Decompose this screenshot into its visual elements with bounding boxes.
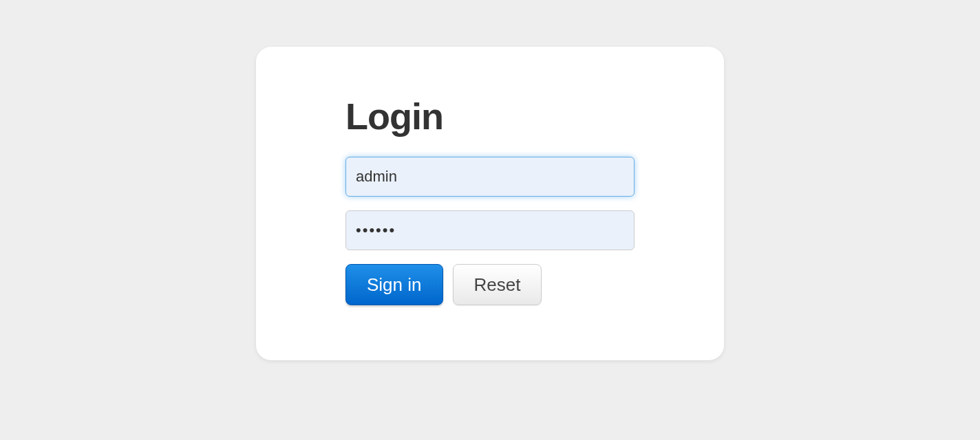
signin-button[interactable]: Sign in <box>345 264 443 305</box>
username-input[interactable] <box>345 157 635 197</box>
username-group <box>345 157 635 197</box>
password-input[interactable] <box>345 210 635 250</box>
login-card: Login Sign in Reset <box>256 47 724 360</box>
login-title: Login <box>345 95 635 138</box>
button-row: Sign in Reset <box>345 264 635 305</box>
password-group <box>345 210 635 250</box>
reset-button[interactable]: Reset <box>453 264 542 305</box>
